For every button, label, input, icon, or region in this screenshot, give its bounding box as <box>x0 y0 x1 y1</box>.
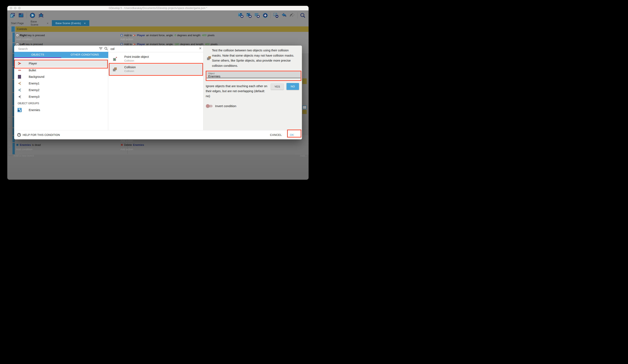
undo-icon[interactable] <box>281 12 287 18</box>
event-row[interactable] <box>15 143 309 154</box>
add-action-link[interactable]: Add action <box>120 148 133 151</box>
object-row-enemy2[interactable]: Enemy2 <box>14 87 108 93</box>
result-point-inside-object[interactable]: Point inside object Collision <box>108 54 203 64</box>
add-condition-link[interactable]: Add condition <box>16 38 32 41</box>
invert-condition-label: Invert condition <box>215 104 236 108</box>
object-row-group-enemies[interactable]: Enemies <box>14 107 108 113</box>
add-more-link[interactable]: Add... <box>300 154 307 157</box>
tab-label: Base Scene (Events) <box>56 22 81 25</box>
condition-filter-input[interactable] <box>110 46 194 51</box>
play-preview-icon[interactable] <box>30 12 35 18</box>
object-row-enemy1[interactable]: Enemy1 <box>14 80 108 87</box>
debugger-icon[interactable] <box>38 12 44 18</box>
hidden-group-header-sliver <box>302 78 307 84</box>
player-mini-icon <box>133 34 136 37</box>
search-icon[interactable] <box>104 47 108 50</box>
tab-base-scene[interactable]: Base Scene × <box>27 20 52 26</box>
add-condition-link[interactable]: Add condition <box>16 148 32 151</box>
enemy1-icon <box>17 81 22 85</box>
event-group-header[interactable]: Controls <box>15 26 309 32</box>
add-event-icon[interactable] <box>238 12 244 18</box>
collision-icon <box>113 67 117 72</box>
dialog-left-panel: OBJECTS OTHER CONDITIONS Player Bullet B… <box>14 46 108 130</box>
action-text[interactable]: Add to Player an instant force, angle: 0… <box>120 34 215 37</box>
filter-icon[interactable] <box>99 47 102 50</box>
result-collision[interactable]: Collision Collision <box>108 64 203 75</box>
enemy3-icon <box>17 95 22 99</box>
hidden-field-sliver <box>302 106 307 109</box>
tree-guide-line <box>8 26 8 156</box>
tab-label: Base Scene <box>31 20 44 26</box>
choose-condition-dialog: OBJECTS OTHER CONDITIONS Player Bullet B… <box>14 46 302 139</box>
search-events-icon[interactable] <box>300 12 306 18</box>
keyboard-key-icon: A <box>16 34 19 37</box>
delete-x-icon: ✖ <box>121 143 123 146</box>
dialog-results-panel: × Point inside object Collision Collisio… <box>108 46 203 130</box>
event-group-title: Controls <box>17 27 27 31</box>
app-window: GDevelop 5 - /Users/dkarakay/Documents/G… <box>7 6 309 180</box>
object-field-value: Enemies <box>208 74 220 78</box>
project-manager-icon[interactable] <box>9 12 15 18</box>
enemy-mini-icon <box>16 143 19 146</box>
delete-event-icon[interactable] <box>273 12 279 18</box>
object-row-bullet[interactable]: Bullet <box>14 67 108 73</box>
window-title: GDevelop 5 - /Users/dkarakay/Documents/G… <box>7 6 309 10</box>
add-action-link[interactable]: Add action <box>120 38 133 41</box>
main-toolbar <box>7 10 309 20</box>
add-new-event-link[interactable]: Add a new event <box>14 154 34 157</box>
help-icon: ? <box>17 133 21 137</box>
tree-guide-stub <box>8 117 10 118</box>
keyboard-key-icon: A <box>16 43 19 46</box>
search-divider <box>108 52 203 52</box>
condition-text[interactable]: A Left key is pressed <box>16 43 43 46</box>
enemies-group-icon <box>17 108 22 112</box>
toggle-thumb <box>206 104 210 108</box>
event-group-handle[interactable] <box>11 26 15 32</box>
tree-guide-stub <box>8 155 13 156</box>
object-field[interactable]: Object Enemies <box>207 71 301 78</box>
cancel-button[interactable]: CANCEL <box>270 133 282 136</box>
object-search-input[interactable] <box>18 46 98 51</box>
object-row-enemy3[interactable]: Enemy3 <box>14 93 108 100</box>
add-sub-event-icon[interactable] <box>246 12 252 18</box>
add-other-event-icon[interactable] <box>262 12 268 18</box>
event-strip[interactable] <box>12 32 15 42</box>
yes-button[interactable]: YES <box>271 83 284 90</box>
add-comment-icon[interactable] <box>254 12 260 18</box>
tab-objects[interactable]: OBJECTS <box>14 52 61 58</box>
ignore-touching-label: Ignore objects that are touching each ot… <box>206 84 268 99</box>
titlebar: GDevelop 5 - /Users/dkarakay/Documents/G… <box>7 6 309 11</box>
scene-window-icon[interactable] <box>18 12 24 18</box>
clear-search-icon[interactable]: × <box>199 46 202 51</box>
object-row-player[interactable]: Player <box>14 60 108 67</box>
point-inside-icon <box>113 57 117 61</box>
ok-button[interactable]: OK <box>290 133 294 136</box>
no-button[interactable]: NO <box>287 83 299 90</box>
tree-guide-stub <box>8 61 10 62</box>
add-action-link[interactable]: Add action <box>120 139 133 142</box>
tab-base-scene-events[interactable]: Base Scene (Events) × <box>52 20 89 26</box>
dialog-footer: ? HELP FOR THIS CONDITION CANCEL OK <box>14 130 302 139</box>
action-text[interactable]: ✖ Delete Enemies <box>121 143 144 146</box>
action-text[interactable]: Add to Player an instant force, angle: 1… <box>120 43 218 46</box>
player-icon <box>17 61 22 65</box>
redo-icon[interactable] <box>289 12 295 18</box>
condition-text[interactable]: Enemies is dead <box>16 143 41 146</box>
tab-other-conditions[interactable]: OTHER CONDITIONS <box>61 52 108 58</box>
bullet-icon <box>17 68 22 72</box>
invert-condition-toggle[interactable] <box>206 105 213 107</box>
tab-label: Start Page <box>11 22 23 25</box>
hidden-group-header-sliver <box>302 110 307 114</box>
condition-text[interactable]: A Right key is pressed <box>16 34 45 37</box>
player-mini-icon <box>133 43 136 46</box>
tab-close-icon[interactable]: × <box>84 22 86 25</box>
tree-guide-stub <box>8 40 10 40</box>
tab-start-page[interactable]: Start Page <box>7 20 27 26</box>
help-button[interactable]: ? HELP FOR THIS CONDITION <box>17 133 60 137</box>
active-tab-underline <box>14 58 61 58</box>
event-strip[interactable] <box>12 143 15 154</box>
background-icon <box>17 75 22 79</box>
tab-close-icon[interactable]: × <box>47 22 49 25</box>
object-row-background[interactable]: Background <box>14 73 108 80</box>
enemy2-icon <box>17 88 22 92</box>
